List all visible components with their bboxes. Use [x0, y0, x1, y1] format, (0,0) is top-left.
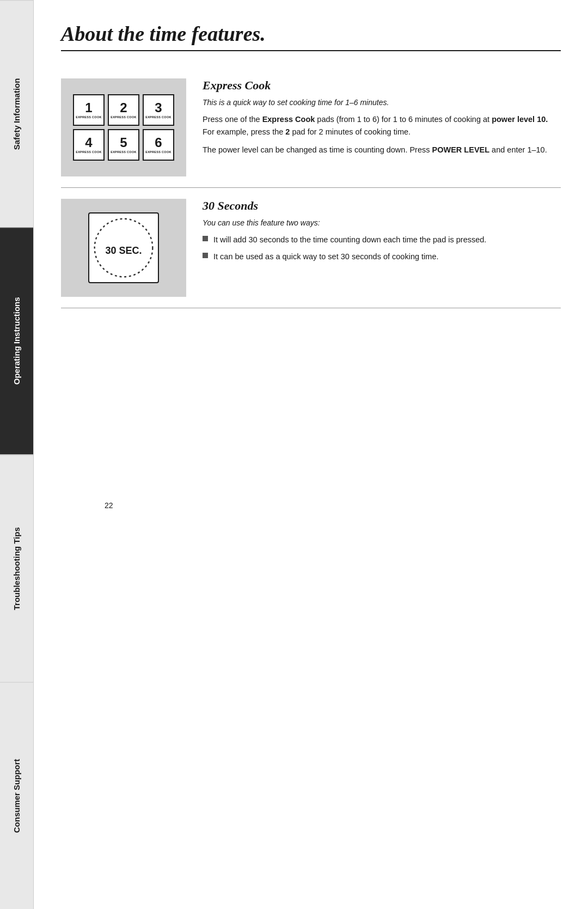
express-cook-text: Express Cook This is a quick way to set … — [203, 78, 561, 176]
express-cook-body2: The power level can be changed as time i… — [203, 144, 561, 156]
sidebar: Safety Information Operating Instruction… — [0, 0, 34, 909]
bullet-item-2: It can be used as a quick way to set 30 … — [203, 251, 561, 263]
thirty-seconds-section: 30 SEC. 30 Seconds You can use this feat… — [61, 188, 561, 308]
express-cook-body1: Press one of the Express Cook pads (from… — [203, 113, 561, 138]
bullet-square-2 — [203, 253, 208, 258]
pad-4: 4 EXPRESS COOK — [73, 129, 105, 161]
express-cook-section: 1 EXPRESS COOK 2 EXPRESS COOK 3 EXPRESS … — [61, 68, 561, 188]
sidebar-item-troubleshooting[interactable]: Troubleshooting Tips — [0, 455, 33, 682]
thirty-sec-button: 30 SEC. — [88, 212, 159, 283]
page-title: About the time features. — [61, 22, 561, 46]
sec-label: 30 SEC. — [105, 245, 142, 257]
express-cook-image: 1 EXPRESS COOK 2 EXPRESS COOK 3 EXPRESS … — [61, 78, 186, 176]
pad-1: 1 EXPRESS COOK — [73, 94, 105, 126]
main-content: About the time features. 1 EXPRESS COOK … — [34, 0, 588, 909]
bullet-text-2: It can be used as a quick way to set 30 … — [213, 251, 438, 263]
pad-6: 6 EXPRESS COOK — [143, 129, 174, 161]
pad-3: 3 EXPRESS COOK — [143, 94, 174, 126]
bullet-square-1 — [203, 236, 208, 241]
title-divider — [61, 50, 561, 51]
bullet-item-1: It will add 30 seconds to the time count… — [203, 234, 561, 246]
footer-area: 22 — [61, 308, 561, 526]
sidebar-item-consumer[interactable]: Consumer Support — [0, 682, 33, 909]
pad-grid: 1 EXPRESS COOK 2 EXPRESS COOK 3 EXPRESS … — [73, 94, 174, 161]
thirty-seconds-text: 30 Seconds You can use this feature two … — [203, 199, 561, 297]
sidebar-item-safety[interactable]: Safety Information — [0, 0, 33, 227]
thirty-seconds-heading: 30 Seconds — [203, 199, 561, 213]
thirty-seconds-image: 30 SEC. — [61, 199, 186, 297]
pad-2: 2 EXPRESS COOK — [108, 94, 139, 126]
thirty-seconds-subtitle: You can use this feature two ways: — [203, 218, 561, 227]
express-cook-subtitle: This is a quick way to set cooking time … — [203, 98, 561, 107]
pad-5: 5 EXPRESS COOK — [108, 129, 139, 161]
express-cook-heading: Express Cook — [203, 78, 561, 93]
page-number: 22 — [105, 501, 113, 510]
sidebar-item-operating[interactable]: Operating Instructions — [0, 227, 33, 454]
bullet-text-1: It will add 30 seconds to the time count… — [213, 234, 486, 246]
